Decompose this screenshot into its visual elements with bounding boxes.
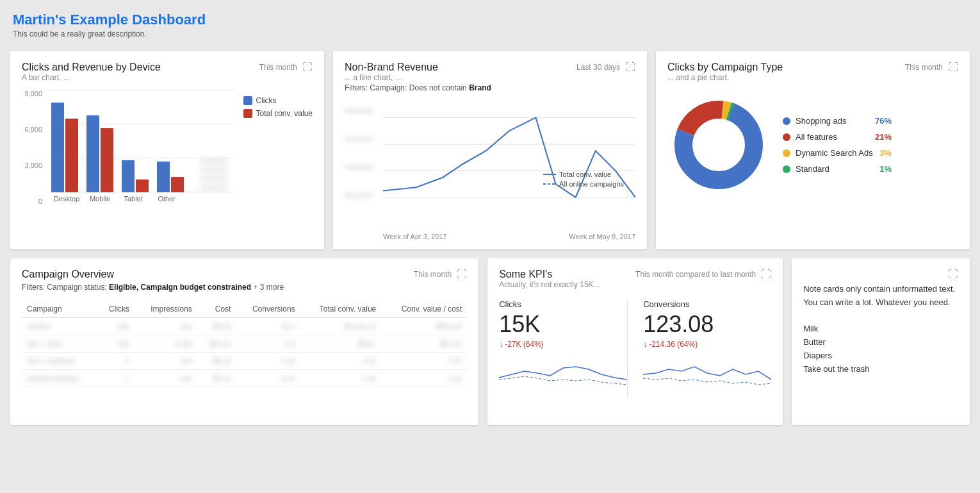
cell-cost-3: $x.xx — [213, 356, 231, 365]
cell-imp-3: xxx — [181, 356, 192, 365]
campaign-table-header-row: Campaign Clicks Impressions Cost Convers… — [22, 301, 467, 318]
cell-tcv-4: x.xx — [363, 374, 376, 383]
bar-chart-header: Clicks and Revenue by Device A bar chart… — [22, 62, 313, 83]
bar-other-clicks — [157, 162, 170, 192]
kpi-timerange[interactable]: This month compared to last month — [635, 270, 756, 279]
bar-blurred-area: xxxxxxxx xxxxxxxx xxxxxxxx xxxxxxxx — [200, 156, 228, 192]
pie-legend-dsa-pct: 3% — [879, 148, 892, 158]
line-chart-svg — [383, 100, 635, 228]
line-chart-subtitle: ... a line chart, ... — [345, 73, 491, 82]
pie-chart-expand-icon[interactable] — [948, 62, 958, 73]
pie-chart-title: Clicks by Campaign Type — [667, 62, 783, 73]
yaxis-label-6000: 6,000 — [24, 126, 42, 133]
yaxis-label-9000: 9,000 — [24, 90, 42, 97]
pie-legend-allfeatures-label: All features — [796, 132, 870, 142]
blurred-bar-1: xxxxxxxx — [200, 156, 228, 164]
note-card-header — [803, 269, 958, 280]
table-row: xxx + xxxxxxx x xxx $x.xx x.xx x.xx x.xx — [22, 353, 467, 370]
bar-group-tablet — [122, 160, 154, 192]
kpi-conv-arrow: ↓ — [643, 340, 647, 349]
cell-clicks-2: xxx — [118, 339, 129, 348]
campaign-filter-suffix: + 3 more — [251, 283, 284, 292]
line-chart-timerange[interactable]: Last 30 days — [576, 63, 620, 72]
bar-group-desktop — [51, 103, 84, 192]
table-row: xxxxxx xxxxxxx x xxx $x.xx x.xx x.xx x.x… — [22, 370, 467, 387]
line-legend-total: Total conv. value — [543, 171, 624, 178]
line-legend: Total conv. value All online campaigns — [543, 171, 624, 190]
cell-cvc-3: x.xx — [448, 356, 462, 365]
cell-cvc-1: $xxx.xx — [436, 322, 462, 331]
bar-mobile-conv — [101, 128, 113, 192]
line-legend-online-dash — [543, 183, 556, 185]
line-chart-svg-container: Total conv. value All online campaigns W… — [383, 100, 635, 240]
bar-group-mobile — [86, 115, 119, 192]
cell-clicks-3: x — [126, 356, 129, 365]
kpi-grid: Clicks 15K ↓ -27K (64%) Conversions 123.… — [499, 299, 771, 397]
line-legend-online-label: All online campaigns — [559, 180, 624, 188]
line-chart-header: Non-Brand Revenue ... a line chart, ... … — [345, 62, 635, 97]
blurred-bar-4: xxxxxxxx — [200, 183, 228, 191]
line-chart-expand-icon[interactable] — [625, 62, 635, 73]
line-yaxis-3: xxxxxxxx — [345, 163, 373, 171]
line-chart-header-right: Last 30 days — [576, 62, 635, 73]
cell-campaign-1: xxxxxx — [27, 322, 50, 331]
campaign-filter-bold: Eligible, Campaign budget constrained — [109, 283, 251, 292]
cell-conv-1: xx.x — [281, 322, 295, 331]
cell-imp-4: xxx — [181, 374, 192, 383]
page-title: Martin's Example Dashboard — [13, 12, 967, 28]
xlabel-mobile: Mobile — [85, 195, 115, 203]
line-yaxis-4: xxxxxxxx — [345, 191, 373, 199]
cell-imp-1: xxx — [181, 322, 192, 331]
cell-cost-2: $xx.xx — [209, 339, 231, 348]
line-xlabel-right: Week of May 8, 2017 — [569, 233, 635, 240]
table-row: xxxxxx xxx xxx $x.xx xx.x $x,xxx.xx $xxx… — [22, 318, 467, 335]
col-cost: Cost — [197, 301, 236, 318]
line-chart-xlabels: Week of Apr 3, 2017 Week of May 8, 2017 — [383, 233, 635, 240]
kpi-card: Some KPI's Actually, it's not exactly 15… — [487, 258, 783, 425]
cell-cost-1: $x.xx — [213, 322, 231, 331]
line-legend-total-dash — [543, 174, 556, 175]
campaign-table: Campaign Clicks Impressions Cost Convers… — [22, 301, 467, 387]
col-campaign: Campaign — [22, 301, 97, 318]
pie-chart-timerange[interactable]: This month — [905, 63, 943, 72]
sparkline-conv-svg — [643, 355, 771, 387]
cell-tcv-3: x.xx — [363, 356, 376, 365]
pie-chart-card: Clicks by Campaign Type ... and a pie ch… — [656, 51, 970, 249]
cell-campaign-2: xxx + xxxx — [27, 339, 63, 348]
line-filter-bold: Brand — [469, 83, 491, 92]
pie-dot-standard — [783, 165, 790, 173]
bar-group-other — [157, 162, 190, 192]
bar-chart-title: Clicks and Revenue by Device — [22, 62, 161, 73]
bar-chart-timerange[interactable]: This month — [259, 63, 297, 72]
pie-legend-allfeatures: All features 21% — [783, 132, 892, 142]
blurred-bar-3: xxxxxxxx — [200, 174, 228, 182]
kpi-clicks-change-text: -27K (64%) — [505, 340, 544, 349]
cell-cvc-4: x.xx — [448, 374, 462, 383]
line-chart-filter: Filters: Campaign: Does not contain Bran… — [345, 83, 491, 92]
pie-legend-shopping-label: Shopping ads — [796, 116, 870, 126]
col-conversions: Conversions — [236, 301, 300, 318]
bar-chart-header-right: This month — [259, 62, 313, 73]
kpi-clicks-change: ↓ -27K (64%) — [499, 340, 627, 349]
kpi-conv-value: 123.08 — [643, 312, 771, 337]
col-clicks: Clicks — [97, 301, 135, 318]
note-expand-icon[interactable] — [948, 269, 958, 280]
note-card: Note cards only contain unformatted text… — [792, 258, 970, 425]
cell-campaign-4: xxxxxx xxxxxxx — [27, 374, 79, 383]
kpi-expand-icon[interactable] — [761, 269, 771, 280]
bar-chart-expand-icon[interactable] — [302, 62, 313, 73]
kpi-conv-item: Conversions 123.08 ↓ -214.36 (64%) — [627, 299, 771, 397]
bar-other-conv — [171, 177, 184, 192]
pie-chart-subtitle: ... and a pie chart. — [667, 73, 783, 82]
bar-chart-main: xxxxxxxx xxxxxxxx xxxxxxxx xxxxxxxx Desk… — [46, 90, 233, 205]
col-conv-value-cost: Conv. value / cost — [381, 301, 467, 318]
campaign-filter: Filters: Campaign status: Eligible, Camp… — [22, 283, 467, 292]
kpi-header: Some KPI's Actually, it's not exactly 15… — [499, 269, 771, 290]
pie-legend-standard-pct: 1% — [879, 164, 892, 174]
cell-clicks-4: x — [126, 374, 129, 383]
campaign-timerange[interactable]: This month — [414, 270, 452, 279]
campaign-expand-icon[interactable] — [457, 269, 467, 280]
kpi-clicks-label: Clicks — [499, 299, 627, 309]
kpi-subtitle: Actually, it's not exactly 15K... — [499, 280, 600, 289]
note-card-text: Note cards only contain unformatted text… — [803, 283, 958, 376]
